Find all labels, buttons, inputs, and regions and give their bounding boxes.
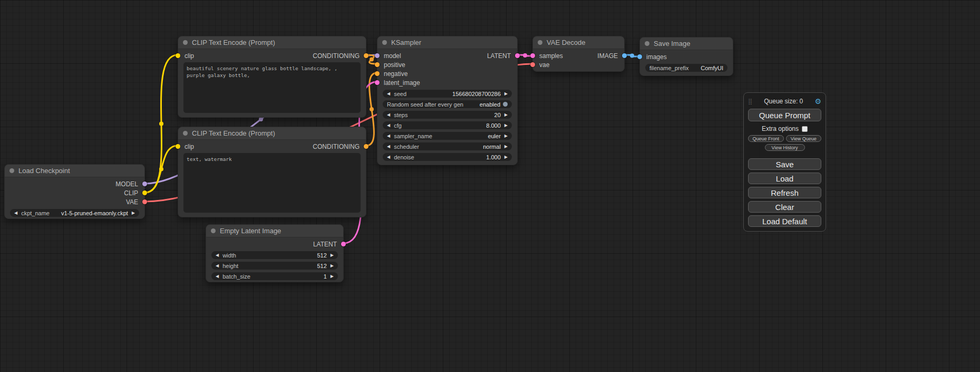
- decrement-arrow-icon[interactable]: ◀: [387, 92, 390, 96]
- height-widget[interactable]: ◀ height 512 ▶: [211, 262, 338, 270]
- clip-output-port[interactable]: [142, 190, 147, 195]
- empty-latent-header[interactable]: Empty Latent Image: [206, 225, 343, 237]
- increment-arrow-icon[interactable]: ▶: [504, 113, 508, 117]
- image-output-port[interactable]: [622, 53, 627, 58]
- decrement-arrow-icon[interactable]: ◀: [387, 134, 390, 138]
- clip-negative-header[interactable]: CLIP Text Encode (Prompt): [178, 127, 366, 140]
- extra-options-checkbox[interactable]: [802, 126, 808, 132]
- queue-prompt-button[interactable]: Queue Prompt: [748, 109, 821, 121]
- latent-output-port[interactable]: [341, 242, 346, 246]
- settings-gear-icon[interactable]: ⚙: [814, 98, 821, 105]
- scheduler-widget[interactable]: ◀ scheduler normal ▶: [383, 142, 512, 150]
- clip-positive-header[interactable]: CLIP Text Encode (Prompt): [178, 36, 366, 49]
- negative-prompt-textarea[interactable]: text, watermark: [183, 153, 361, 213]
- increment-arrow-icon[interactable]: ▶: [504, 134, 508, 138]
- clip-text-encode-positive-node[interactable]: CLIP Text Encode (Prompt) clip CONDITION…: [178, 36, 366, 118]
- empty-latent-image-node[interactable]: Empty Latent Image LATENT ◀ width 512 ▶ …: [206, 224, 344, 282]
- increment-arrow-icon[interactable]: ▶: [331, 264, 334, 268]
- positive-prompt-textarea[interactable]: beautiful scenery nature glass bottle la…: [183, 62, 361, 113]
- cfg-widget[interactable]: ◀ cfg 8.000 ▶: [383, 121, 512, 129]
- clip-text-encode-negative-node[interactable]: CLIP Text Encode (Prompt) clip CONDITION…: [178, 127, 366, 217]
- wire-midpoint-dot: [159, 167, 163, 171]
- clip-input-port[interactable]: [176, 144, 180, 149]
- slot-row: vae: [533, 60, 624, 69]
- images-input-port[interactable]: [637, 54, 642, 59]
- sampler-name-widget[interactable]: ◀ sampler_name euler ▶: [383, 132, 512, 140]
- clear-button[interactable]: Clear: [748, 201, 821, 213]
- collapse-dot-icon[interactable]: [645, 41, 649, 46]
- decrement-arrow-icon[interactable]: ◀: [14, 211, 17, 215]
- batch-size-widget[interactable]: ◀ batch_size 1 ▶: [211, 272, 338, 280]
- ksampler-node[interactable]: KSampler model LATENT positive negative …: [377, 36, 518, 165]
- denoise-widget[interactable]: ◀ denoise 1.000 ▶: [383, 153, 512, 161]
- refresh-button[interactable]: Refresh: [748, 187, 821, 198]
- slot-row: clip CONDITIONING: [178, 51, 366, 60]
- collapse-dot-icon[interactable]: [211, 228, 216, 233]
- ckpt-name-widget[interactable]: ◀ ckpt_name v1-5-pruned-emaonly.ckpt ▶: [10, 209, 139, 217]
- positive-input-port[interactable]: [375, 62, 380, 67]
- decrement-arrow-icon[interactable]: ◀: [387, 113, 390, 117]
- latent-output-port[interactable]: [515, 53, 520, 58]
- drag-handle-icon[interactable]: ⣿: [748, 98, 752, 105]
- slot-row: images: [640, 52, 733, 61]
- ksampler-header[interactable]: KSampler: [377, 36, 517, 49]
- collapse-dot-icon[interactable]: [382, 40, 387, 45]
- save-image-node[interactable]: Save Image images filename_prefix ComfyU…: [639, 37, 733, 76]
- decrement-arrow-icon[interactable]: ◀: [216, 274, 219, 279]
- node-title: Load Checkpoint: [18, 167, 70, 175]
- samples-input-port[interactable]: [530, 53, 535, 58]
- increment-arrow-icon[interactable]: ▶: [504, 92, 508, 96]
- vae-decode-header[interactable]: VAE Decode: [533, 36, 624, 49]
- increment-arrow-icon[interactable]: ▶: [132, 211, 135, 215]
- widget-label: width: [222, 252, 236, 259]
- wire-midpoint-dot: [159, 122, 163, 126]
- vae-input-port[interactable]: [530, 62, 535, 67]
- collapse-dot-icon[interactable]: [183, 131, 188, 136]
- decrement-arrow-icon[interactable]: ◀: [216, 264, 219, 268]
- widget-value: 156680208700286: [452, 91, 501, 97]
- decrement-arrow-icon[interactable]: ◀: [387, 123, 390, 128]
- increment-arrow-icon[interactable]: ▶: [504, 123, 508, 128]
- latent-image-input-port[interactable]: [375, 80, 380, 85]
- negative-input-port[interactable]: [375, 71, 380, 76]
- vae-decode-node[interactable]: VAE Decode samples IMAGE vae: [532, 36, 625, 72]
- increment-arrow-icon[interactable]: ▶: [331, 253, 334, 257]
- increment-arrow-icon[interactable]: ▶: [504, 145, 508, 149]
- increment-arrow-icon[interactable]: ▶: [331, 274, 334, 279]
- toggle-dot-icon[interactable]: [503, 102, 508, 107]
- conditioning-output-port[interactable]: [364, 144, 368, 149]
- save-button[interactable]: Save: [748, 158, 821, 170]
- conditioning-output-port[interactable]: [364, 53, 368, 58]
- view-queue-button[interactable]: View Queue: [786, 135, 822, 142]
- view-history-button[interactable]: View History: [765, 144, 805, 151]
- output-label: CLIP: [124, 189, 138, 197]
- increment-arrow-icon[interactable]: ▶: [504, 155, 508, 159]
- collapse-dot-icon[interactable]: [9, 168, 14, 173]
- steps-widget[interactable]: ◀ steps 20 ▶: [383, 111, 512, 119]
- input-label: latent_image: [384, 79, 420, 87]
- widget-label: scheduler: [394, 144, 419, 150]
- queue-front-button[interactable]: Queue Front: [748, 135, 784, 142]
- decrement-arrow-icon[interactable]: ◀: [387, 145, 390, 149]
- seed-widget[interactable]: ◀ seed 156680208700286 ▶: [383, 90, 512, 98]
- decrement-arrow-icon[interactable]: ◀: [387, 155, 390, 159]
- load-button[interactable]: Load: [748, 173, 821, 184]
- save-image-header[interactable]: Save Image: [640, 37, 733, 50]
- model-input-port[interactable]: [375, 53, 380, 58]
- collapse-dot-icon[interactable]: [183, 40, 188, 45]
- collapse-dot-icon[interactable]: [538, 40, 542, 45]
- load-checkpoint-node[interactable]: Load Checkpoint MODEL CLIP VAE ◀ ckpt_na…: [4, 164, 145, 219]
- random-seed-toggle-widget[interactable]: Random seed after every gen enabled: [383, 100, 512, 108]
- load-default-button[interactable]: Load Default: [748, 215, 821, 227]
- filename-prefix-widget[interactable]: filename_prefix ComfyUI: [645, 64, 727, 72]
- width-widget[interactable]: ◀ width 512 ▶: [211, 251, 338, 259]
- node-title: Save Image: [654, 40, 690, 47]
- model-output-port[interactable]: [142, 182, 147, 186]
- clip-input-port[interactable]: [176, 53, 180, 58]
- output-label: CONDITIONING: [313, 143, 360, 150]
- load-checkpoint-header[interactable]: Load Checkpoint: [5, 165, 144, 177]
- node-graph-canvas[interactable]: Load Checkpoint MODEL CLIP VAE ◀ ckpt_na…: [0, 0, 980, 372]
- node-title: CLIP Text Encode (Prompt): [192, 39, 275, 46]
- vae-output-port[interactable]: [142, 199, 147, 204]
- decrement-arrow-icon[interactable]: ◀: [216, 253, 219, 257]
